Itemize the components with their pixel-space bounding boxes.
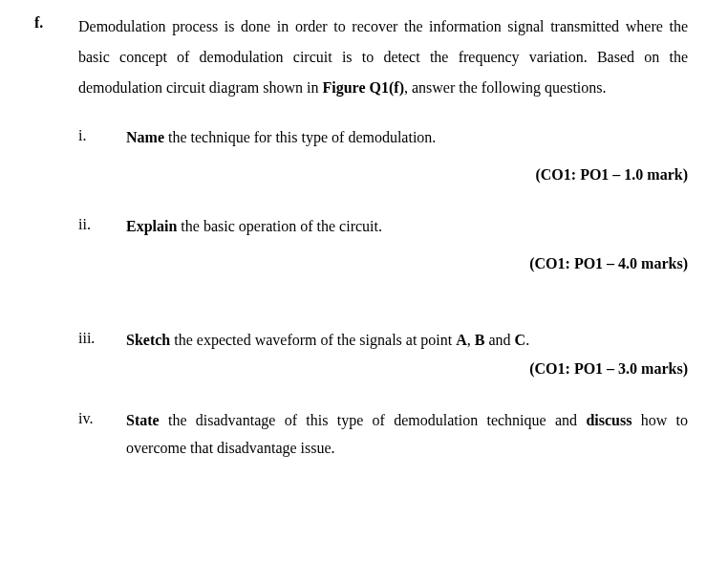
point-b: B <box>475 332 485 348</box>
sep: and <box>484 332 514 348</box>
question-intro: Demodulation process is done in order to… <box>78 11 688 103</box>
sub-text: the expected waveform of the signals at … <box>170 332 456 348</box>
verb: Explain <box>126 218 177 234</box>
sub-content: Sketch the expected waveform of the sign… <box>126 327 688 355</box>
sub-text: the technique for this type of demodulat… <box>164 129 436 145</box>
marks-label: (CO1: PO1 – 3.0 marks) <box>78 358 688 380</box>
sep: , <box>467 332 475 348</box>
intro-text-part2: , answer the following questions. <box>404 79 607 96</box>
sub-label: iii. <box>78 327 126 350</box>
sub-content: Explain the basic operation of the circu… <box>126 213 688 241</box>
sub-label: ii. <box>78 213 126 236</box>
verb: State <box>126 412 160 428</box>
figure-reference: Figure Q1(f) <box>323 79 404 96</box>
point-a: A <box>456 332 467 348</box>
verb: Name <box>126 129 164 145</box>
sub-label: i. <box>78 124 126 147</box>
question-block: f. Demodulation process is done in order… <box>34 11 688 463</box>
sub-question-i: i. Name the technique for this type of d… <box>78 124 688 152</box>
sub-text: the basic operation of the circuit. <box>177 218 382 234</box>
verb-discuss: discuss <box>586 412 632 428</box>
sub-label: iv. <box>78 407 126 430</box>
sub-content: State the disadvantage of this type of d… <box>126 407 688 463</box>
sub-content: Name the technique for this type of demo… <box>126 124 688 152</box>
marks-label: (CO1: PO1 – 1.0 mark) <box>78 163 688 186</box>
sub-question-iv: iv. State the disadvantage of this type … <box>78 407 688 463</box>
sub-question-iii: iii. Sketch the expected waveform of the… <box>78 327 688 355</box>
sub-text-after: . <box>525 332 529 348</box>
marks-label: (CO1: PO1 – 4.0 marks) <box>78 252 688 275</box>
sub-text-before: the disadvantage of this type of demodul… <box>160 412 587 428</box>
sub-question-ii: ii. Explain the basic operation of the c… <box>78 213 688 241</box>
point-c: C <box>515 332 526 348</box>
question-label: f. <box>34 11 78 34</box>
verb: Sketch <box>126 332 170 348</box>
question-content: Demodulation process is done in order to… <box>78 11 688 463</box>
